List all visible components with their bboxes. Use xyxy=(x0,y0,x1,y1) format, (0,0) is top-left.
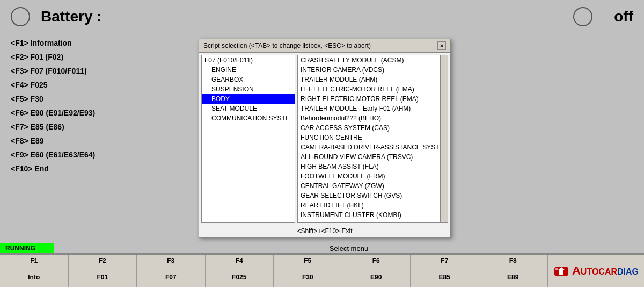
list-item[interactable]: CAMERA-BASED DRIVER-ASSISTANCE SYSTE... xyxy=(298,142,448,152)
list-item[interactable]: HIGH BEAM ASSIST (FLA) xyxy=(298,162,448,171)
dialog-close-button[interactable]: × xyxy=(437,41,446,50)
dialog-titlebar: Script selection (<TAB> to change listbo… xyxy=(199,39,450,53)
list-item[interactable]: CRASH SAFETY MODULE (ACSM) xyxy=(298,55,448,65)
fn-key-f1: F1 xyxy=(0,255,68,271)
fn-label-f01[interactable]: F01 xyxy=(69,271,137,288)
list-item[interactable]: CENTRAL GATEWAY (ZGW) xyxy=(298,181,448,191)
list-item[interactable]: TRAILER MODULE - Early F01 (AHM) xyxy=(298,104,448,113)
menu-item-f4[interactable]: <F4> F025 xyxy=(11,81,188,89)
svg-rect-2 xyxy=(559,270,564,275)
off-label: off xyxy=(614,8,633,25)
menu-item-f6[interactable]: <F6> E90 (E91/E92/E93) xyxy=(11,109,188,117)
battery-label: Battery : xyxy=(41,8,102,25)
fn-key-f8: F8 xyxy=(479,255,547,271)
fn-col-f5: F5 F30 xyxy=(274,255,342,287)
list-item[interactable]: INSTRUMENT CLUSTER (KOMBI) xyxy=(298,210,448,220)
fn-label-f025[interactable]: F025 xyxy=(206,271,274,288)
fn-label-e85[interactable]: E85 xyxy=(411,271,479,288)
list-item[interactable]: Behördenmodul??? (BEHO) xyxy=(298,113,448,123)
fn-key-f2: F2 xyxy=(69,255,137,271)
fn-label-f30[interactable]: F30 xyxy=(274,271,342,288)
fn-col-f4: F4 F025 xyxy=(206,255,274,287)
fn-col-f7: F7 E85 xyxy=(411,255,479,287)
list-item[interactable]: SEAT MODULE xyxy=(202,104,295,113)
list-item[interactable]: ALL-ROUND VIEW CAMERA (TRSVC) xyxy=(298,152,448,162)
fn-label-info[interactable]: Info xyxy=(0,271,68,288)
list-item[interactable]: INTERIOR CAMERA (VDCS) xyxy=(298,65,448,75)
logo-utocar: UTOCAR xyxy=(581,267,617,276)
list-item[interactable]: REAR LID LIFT (HKL) xyxy=(298,200,448,210)
fn-col-f6: F6 E90 xyxy=(342,255,411,287)
dialog-body: F07 (F010/F011) ENGINE GEARBOX SUSPENSIO… xyxy=(199,53,450,225)
list-item[interactable]: GEAR SELECTOR SWITCH (GVS) xyxy=(298,191,448,200)
list-item[interactable]: GEARBOX xyxy=(202,75,295,84)
menu-item-f2[interactable]: <F2> F01 (F02) xyxy=(11,53,188,61)
fn-key-f3: F3 xyxy=(137,255,205,271)
right-list[interactable]: CRASH SAFETY MODULE (ACSM) INTERIOR CAME… xyxy=(297,55,448,223)
running-status: RUNNING xyxy=(0,243,54,253)
menu-item-f8[interactable]: <F8> E89 xyxy=(11,137,188,145)
list-item[interactable]: ENGINE xyxy=(202,65,295,75)
list-item[interactable]: TRAILER MODULE (AHM) xyxy=(298,75,448,84)
left-list[interactable]: F07 (F010/F011) ENGINE GEARBOX SUSPENSIO… xyxy=(201,55,295,223)
top-bar: Battery : off xyxy=(0,0,644,33)
list-item[interactable]: CAR ACCESS SYSTEM (CAS) xyxy=(298,123,448,133)
logo-a-letter: A xyxy=(572,264,581,277)
list-item[interactable]: SUSPENSION xyxy=(202,84,295,94)
list-item[interactable]: FOOTWELL MODULE (FRM) xyxy=(298,171,448,181)
dialog-title: Script selection (<TAB> to change listbo… xyxy=(203,42,371,49)
list-item[interactable]: F07 (F010/F011) xyxy=(202,55,295,65)
menu-item-f9[interactable]: <F9> E60 (E61/E63/E64) xyxy=(11,150,188,159)
list-item[interactable]: FUNCTION CENTRE xyxy=(298,133,448,142)
script-selection-dialog: Script selection (<TAB> to change listbo… xyxy=(199,39,451,238)
fn-col-f1: F1 Info xyxy=(0,255,69,287)
fn-label-e89[interactable]: E89 xyxy=(479,271,547,288)
autocardiag-icon xyxy=(553,263,569,279)
battery-indicator xyxy=(11,7,30,26)
fn-key-f5: F5 xyxy=(274,255,342,271)
list-item[interactable]: JUNCTION BOX ELECTRONICS (JBBF) xyxy=(298,220,448,223)
scrollbar[interactable] xyxy=(440,55,448,222)
fn-label-e90[interactable]: E90 xyxy=(342,271,411,288)
left-menu: <F1> Information <F2> F01 (F02) <F3> F07… xyxy=(0,33,199,254)
menu-item-f10[interactable]: <F10> End xyxy=(11,164,188,173)
fn-col-f8: F8 E89 xyxy=(479,255,548,287)
svg-rect-3 xyxy=(555,268,558,270)
dialog-footer: <Shift>+<F10> Exit xyxy=(199,225,450,237)
list-item-body[interactable]: BODY xyxy=(202,94,295,104)
fn-label-f07[interactable]: F07 xyxy=(137,271,205,288)
menu-item-f3[interactable]: <F3> F07 (F010/F011) xyxy=(11,67,188,75)
dialog-exit-hint: <Shift>+<F10> Exit xyxy=(297,227,352,235)
main-area: <F1> Information <F2> F01 (F02) <F3> F07… xyxy=(0,33,644,254)
logo-area: AUTOCARDIAG xyxy=(547,255,644,287)
fn-key-f4: F4 xyxy=(206,255,274,271)
fn-col-f2: F2 F01 xyxy=(69,255,137,287)
menu-item-f1[interactable]: <F1> Information xyxy=(11,39,188,47)
fn-key-f6: F6 xyxy=(342,255,411,271)
list-item[interactable]: COMMUNICATION SYSTE xyxy=(202,113,295,123)
logo-diag: DIAG xyxy=(617,267,639,276)
fn-key-f7: F7 xyxy=(411,255,479,271)
fn-bar: F1 Info F2 F01 F3 F07 F4 F025 F5 F30 F6 … xyxy=(0,254,644,287)
menu-item-f5[interactable]: <F5> F30 xyxy=(11,95,188,103)
select-menu-label: Select menu xyxy=(54,245,644,253)
status-bar: RUNNING Select menu xyxy=(0,243,644,254)
status-circle xyxy=(573,7,592,26)
list-item[interactable]: LEFT ELECTRIC-MOTOR REEL (EMA) xyxy=(298,84,448,94)
fn-col-f3: F3 F07 xyxy=(137,255,206,287)
menu-item-f7[interactable]: <F7> E85 (E86) xyxy=(11,123,188,131)
list-item[interactable]: RIGHT ELECTRIC-MOTOR REEL (EMA) xyxy=(298,94,448,104)
